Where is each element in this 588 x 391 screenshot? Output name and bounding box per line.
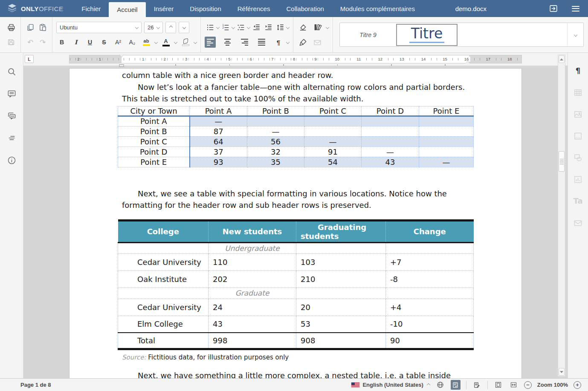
font-color-dropdown-icon[interactable] <box>174 40 177 44</box>
shading-button[interactable] <box>180 37 191 48</box>
fit-width-button[interactable] <box>509 380 518 390</box>
right-indent-marker[interactable] <box>466 58 470 63</box>
page-number-label[interactable]: Page 1 de 8 <box>20 382 51 388</box>
increase-indent-button[interactable] <box>263 22 274 33</box>
table-cell[interactable]: Point D <box>118 147 190 157</box>
table-header-cell[interactable]: Change <box>386 220 474 242</box>
language-selector[interactable]: English (United States) <box>351 382 429 388</box>
table-cell[interactable]: 110 <box>209 253 296 270</box>
table-cell[interactable]: 90 <box>386 333 474 349</box>
multilevel-list-button[interactable] <box>235 22 246 33</box>
set-language-globe-icon[interactable] <box>435 380 445 390</box>
paragraph-3[interactable]: Next, we see a table with special format… <box>122 188 469 211</box>
table-cell[interactable] <box>304 126 362 136</box>
style-preview-titre[interactable]: Titre <box>396 24 458 46</box>
table-cell[interactable]: 64 <box>190 136 247 147</box>
spellcheck-button[interactable] <box>451 380 461 390</box>
tab-modules-complementaires[interactable]: Modules complémentaires <box>332 0 423 17</box>
print-button[interactable] <box>6 22 17 33</box>
open-file-location-icon[interactable] <box>547 2 560 15</box>
paste-button[interactable] <box>37 22 48 33</box>
table-cell[interactable] <box>247 116 304 126</box>
table-header-cell[interactable]: Point A <box>190 106 247 116</box>
table-cell[interactable]: 20 <box>296 299 386 316</box>
track-changes-button[interactable] <box>472 380 482 390</box>
copy-style-button[interactable] <box>297 37 308 48</box>
strikethrough-button[interactable]: S <box>98 37 110 48</box>
table-cell[interactable]: +4 <box>386 299 474 316</box>
shape-settings-icon[interactable] <box>573 152 583 163</box>
table-cell[interactable]: -10 <box>386 316 474 333</box>
chart-settings-icon[interactable] <box>573 174 583 184</box>
table-cell[interactable]: Point E <box>118 157 190 167</box>
headerfooter-settings-icon[interactable] <box>573 131 583 141</box>
bullet-list-dropdown-icon[interactable] <box>216 26 220 29</box>
table-cell[interactable]: — <box>304 136 362 147</box>
table-header-cell[interactable]: College <box>118 220 209 242</box>
table-cell[interactable]: 53 <box>296 316 386 333</box>
table-cell[interactable] <box>362 136 419 147</box>
table-cell[interactable]: 54 <box>304 157 362 167</box>
chat-icon[interactable] <box>6 111 17 121</box>
table-cell[interactable] <box>362 116 419 126</box>
table-cell[interactable]: Undergraduate <box>209 242 296 253</box>
distance-table[interactable]: City or TownPoint APoint BPoint CPoint D… <box>118 106 474 167</box>
image-settings-icon[interactable] <box>573 109 583 119</box>
superscript-button[interactable]: A² <box>113 37 124 48</box>
table-cell[interactable]: 24 <box>209 299 296 316</box>
zoom-out-button[interactable]: − <box>524 381 532 389</box>
tab-fichier[interactable]: Fichier <box>73 0 109 17</box>
undo-button[interactable]: ↶ <box>25 37 36 48</box>
align-center-button[interactable] <box>222 37 233 48</box>
increase-font-button[interactable] <box>165 22 176 33</box>
multilevel-list-dropdown-icon[interactable] <box>247 26 250 29</box>
font-color-button[interactable]: A <box>160 37 171 48</box>
table-cell[interactable]: Cedar University <box>118 299 209 316</box>
table-cell[interactable] <box>386 288 474 299</box>
table-header-cell[interactable]: New students <box>209 220 296 242</box>
tab-accueil[interactable]: Accueil <box>109 2 145 17</box>
paragraph-1[interactable]: column table with a nice green border an… <box>122 69 469 81</box>
table-cell[interactable]: 37 <box>190 147 247 157</box>
vertical-scrollbar[interactable] <box>558 55 565 377</box>
tab-inserer[interactable]: Insérer <box>146 0 182 17</box>
table-cell[interactable] <box>419 116 474 126</box>
table-cell[interactable]: 103 <box>296 253 386 270</box>
table-cell[interactable]: — <box>362 147 419 157</box>
table-cell[interactable]: Point B <box>118 126 190 136</box>
multilevel-numbered-dropdown-icon[interactable] <box>232 26 235 29</box>
menu-icon[interactable] <box>569 2 582 15</box>
align-right-button[interactable] <box>239 37 250 48</box>
table-cell[interactable] <box>419 136 474 147</box>
table-cell[interactable]: 56 <box>247 136 304 147</box>
style-gallery-expand-button[interactable] <box>567 23 583 46</box>
table-header-cell[interactable]: Point E <box>419 106 474 116</box>
table-header-cell[interactable]: Point D <box>362 106 419 116</box>
table-cell[interactable]: — <box>190 116 247 126</box>
table-cell[interactable]: — <box>247 126 304 136</box>
decrease-font-button[interactable] <box>179 22 189 33</box>
italic-button[interactable]: I <box>70 37 81 48</box>
table-cell[interactable]: 998 <box>209 333 296 349</box>
table-cell[interactable] <box>118 242 209 253</box>
table-header-cell[interactable]: City or Town <box>118 106 190 116</box>
table-cell[interactable]: Elm College <box>118 316 209 333</box>
table-cell[interactable]: Oak Institute <box>118 270 209 288</box>
nonprinting-characters-button[interactable]: ¶ <box>273 37 284 48</box>
table-cell[interactable] <box>362 126 419 136</box>
table-cell[interactable]: 93 <box>190 157 247 167</box>
table-header-cell[interactable]: Point C <box>304 106 362 116</box>
textart-settings-icon[interactable]: Ta <box>573 196 583 206</box>
line-spacing-button[interactable] <box>275 22 286 33</box>
language-collapse-icon[interactable] <box>427 383 430 386</box>
color-scheme-dropdown-icon[interactable] <box>326 26 329 29</box>
mailmerge-icon[interactable] <box>573 218 583 228</box>
tab-references[interactable]: Références <box>229 0 278 17</box>
highlight-color-dropdown-icon[interactable] <box>154 40 158 44</box>
table-cell[interactable]: 43 <box>209 316 296 333</box>
search-icon[interactable] <box>6 66 17 77</box>
document-page[interactable]: column table with a nice green border an… <box>69 68 522 378</box>
table-header-cell[interactable]: Point B <box>247 106 304 116</box>
table-cell[interactable]: — <box>419 157 474 167</box>
bullet-list-button[interactable] <box>205 22 216 33</box>
